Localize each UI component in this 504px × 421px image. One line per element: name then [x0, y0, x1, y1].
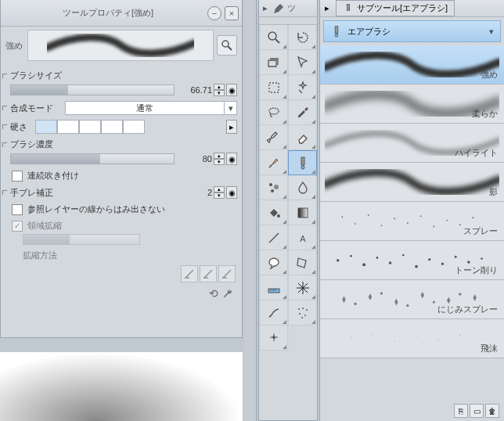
tool-sparkle[interactable]: [259, 326, 288, 351]
brush-size-spinner[interactable]: ▴▾: [214, 84, 225, 96]
density-link-icon[interactable]: ◉: [226, 153, 237, 165]
duplicate-button[interactable]: ⎘: [454, 404, 468, 418]
svg-point-62: [373, 333, 373, 334]
subtool-tab[interactable]: サブツール[エアブラシ]: [336, 0, 455, 16]
subtool-item[interactable]: トーン削り: [320, 241, 504, 280]
svg-rect-6: [301, 157, 304, 165]
method-row: 拡縮方法: [10, 247, 240, 264]
tool-eraser[interactable]: [288, 125, 317, 150]
hardness-cell[interactable]: [101, 120, 123, 134]
new-button[interactable]: ▭: [470, 404, 484, 418]
method-btn-2[interactable]: [200, 265, 217, 282]
subtool-tab-title: サブツール[エアブラシ]: [357, 2, 448, 14]
svg-rect-12: [298, 208, 308, 218]
tool-gradient[interactable]: [288, 200, 317, 225]
subtool-item[interactable]: 柔らか: [320, 85, 504, 124]
tool-select-arrow[interactable]: [288, 50, 317, 75]
region-checkbox[interactable]: ✓: [12, 221, 23, 232]
subtool-category[interactable]: エアブラシ ▾: [323, 20, 501, 42]
svg-point-35: [368, 214, 369, 216]
method-btn-3[interactable]: [218, 265, 236, 282]
method-label: 拡縮方法: [23, 250, 77, 261]
tool-blend[interactable]: [288, 175, 317, 200]
hardness-cell[interactable]: [79, 120, 101, 134]
pen-header-icon: [272, 2, 286, 16]
refline-checkbox[interactable]: [12, 204, 23, 215]
hardness-cell[interactable]: [57, 120, 79, 134]
tool-text[interactable]: A: [288, 225, 317, 250]
tool-airbrush[interactable]: [288, 150, 317, 175]
tool-zoom[interactable]: [259, 25, 288, 50]
tool-decoration[interactable]: [259, 175, 288, 200]
blend-mode-label: 合成モード: [10, 103, 65, 114]
subtool-item[interactable]: 強め: [320, 45, 504, 85]
close-button[interactable]: ×: [225, 6, 239, 20]
subtool-item[interactable]: にじみスプレー: [320, 280, 504, 319]
svg-point-38: [407, 222, 409, 224]
stabilize-spinner[interactable]: ▴▾: [214, 186, 225, 199]
magnifier-button[interactable]: [217, 35, 237, 56]
refline-row: 参照レイヤーの線からはみ出さない: [10, 201, 240, 218]
blend-mode-dropdown[interactable]: 通常 ▾: [65, 101, 237, 115]
divider[interactable]: [244, 0, 257, 421]
brush-size-link-icon[interactable]: ◉: [226, 84, 237, 96]
tool-move[interactable]: [259, 50, 288, 75]
hardness-row: 硬さ ▸: [10, 117, 240, 136]
density-label-row: ブラシ濃度: [10, 136, 240, 153]
svg-point-28: [304, 315, 306, 316]
chevron-down-icon[interactable]: ▾: [224, 102, 236, 114]
tool-burst[interactable]: [288, 275, 317, 300]
svg-point-66: [459, 335, 460, 336]
collapse-icon[interactable]: ▸: [320, 3, 334, 13]
tool-ruler[interactable]: [259, 275, 288, 300]
canvas-area[interactable]: [0, 352, 243, 421]
tool-line[interactable]: [259, 225, 288, 250]
method-btn-1[interactable]: [181, 265, 198, 282]
hardness-expand-icon[interactable]: ▸: [226, 120, 237, 134]
svg-point-15: [269, 258, 279, 266]
airbrush-tab-icon: [343, 3, 354, 14]
subtool-item[interactable]: スプレー: [320, 202, 504, 241]
tool-balloon[interactable]: [259, 250, 288, 275]
svg-point-60: [459, 293, 461, 295]
airbrush-cat-icon: [330, 25, 343, 38]
subtool-item[interactable]: 影: [320, 163, 504, 202]
density-spinner[interactable]: ▴▾: [214, 153, 225, 165]
tool-brush[interactable]: [259, 150, 288, 175]
subtool-item[interactable]: 飛沫: [320, 319, 504, 358]
wrench-icon[interactable]: [221, 287, 234, 301]
brush-size-value: 66.71: [178, 85, 214, 95]
svg-point-59: [433, 300, 435, 303]
svg-point-26: [306, 309, 308, 311]
tool-marquee[interactable]: [259, 75, 288, 100]
tool-dotstar[interactable]: [288, 300, 317, 326]
svg-point-36: [381, 225, 383, 226]
tool-fill[interactable]: [259, 200, 288, 225]
subtool-item[interactable]: ハイライト: [320, 124, 504, 163]
svg-line-3: [275, 39, 279, 43]
brush-size-slider[interactable]: [10, 85, 175, 95]
tool-rotate[interactable]: [288, 25, 317, 50]
region-slider[interactable]: [23, 234, 140, 245]
tool-wand[interactable]: [288, 75, 317, 100]
tool-frame[interactable]: [288, 250, 317, 275]
continuous-spray-row: 連続吹き付け: [10, 167, 240, 184]
minimize-button[interactable]: −: [207, 6, 221, 20]
density-slider[interactable]: [10, 153, 175, 164]
stabilize-link-icon[interactable]: ◉: [226, 186, 237, 199]
brush-size-slider-row: 66.71 ▴▾ ◉: [10, 84, 240, 99]
svg-point-40: [433, 226, 434, 228]
continuous-spray-checkbox[interactable]: [12, 171, 23, 182]
tool-pen[interactable]: [259, 125, 288, 150]
chevron-down-icon[interactable]: ▾: [489, 27, 494, 37]
tool-eyedropper[interactable]: [288, 100, 317, 125]
hardness-cell[interactable]: [35, 120, 57, 134]
collapse-icon[interactable]: ▸: [259, 3, 272, 13]
tool-lasso[interactable]: [259, 100, 288, 125]
tool-linefix[interactable]: [259, 300, 288, 326]
delete-button[interactable]: 🗑: [485, 404, 499, 418]
svg-point-5: [269, 108, 279, 114]
svg-point-25: [302, 308, 304, 309]
svg-rect-4: [269, 83, 279, 92]
hardness-cell[interactable]: [123, 120, 145, 134]
